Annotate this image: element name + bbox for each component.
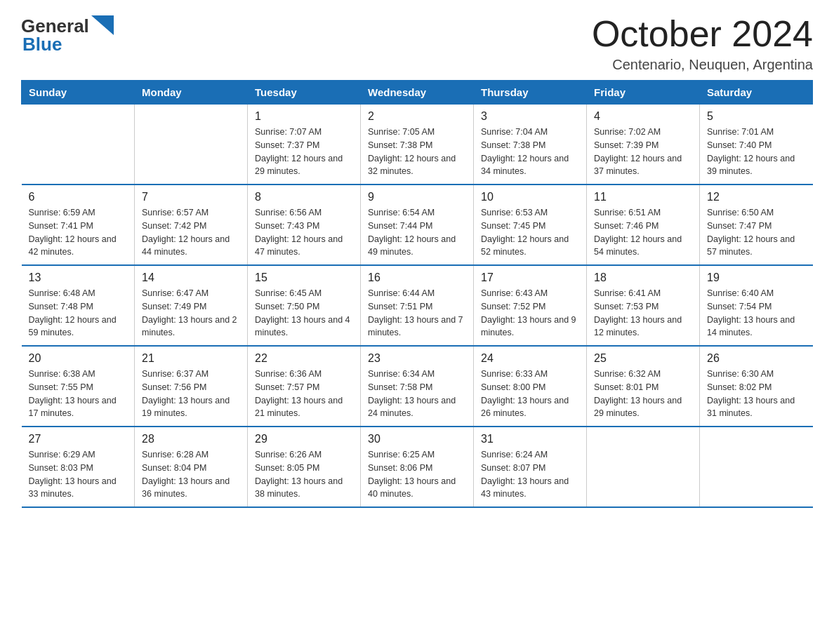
table-row: 1Sunrise: 7:07 AM Sunset: 7:37 PM Daylig… — [248, 105, 361, 185]
table-row: 6Sunrise: 6:59 AM Sunset: 7:41 PM Daylig… — [22, 185, 135, 265]
table-row: 21Sunrise: 6:37 AM Sunset: 7:56 PM Dayli… — [135, 346, 248, 427]
day-info: Sunrise: 6:40 AM Sunset: 7:54 PM Dayligh… — [707, 287, 806, 340]
table-row: 10Sunrise: 6:53 AM Sunset: 7:45 PM Dayli… — [474, 185, 587, 265]
day-info: Sunrise: 7:05 AM Sunset: 7:38 PM Dayligh… — [368, 126, 466, 178]
day-number: 2 — [368, 110, 466, 123]
day-info: Sunrise: 6:34 AM Sunset: 7:58 PM Dayligh… — [368, 368, 466, 420]
day-info: Sunrise: 6:51 AM Sunset: 7:46 PM Dayligh… — [594, 206, 692, 259]
table-row: 12Sunrise: 6:50 AM Sunset: 7:47 PM Dayli… — [700, 185, 813, 265]
subtitle: Centenario, Neuquen, Argentina — [592, 57, 813, 73]
table-row: 2Sunrise: 7:05 AM Sunset: 7:38 PM Daylig… — [361, 105, 474, 185]
day-info: Sunrise: 7:04 AM Sunset: 7:38 PM Dayligh… — [481, 126, 579, 178]
table-row: 14Sunrise: 6:47 AM Sunset: 7:49 PM Dayli… — [135, 265, 248, 346]
header-thursday: Thursday — [474, 81, 587, 105]
day-number: 8 — [255, 191, 353, 203]
title-section: October 2024 Centenario, Neuquen, Argent… — [592, 14, 813, 73]
day-number: 19 — [707, 271, 806, 284]
table-row — [587, 427, 700, 507]
table-row: 23Sunrise: 6:34 AM Sunset: 7:58 PM Dayli… — [361, 346, 474, 427]
logo-text-blue: Blue — [22, 35, 62, 53]
day-number: 11 — [594, 191, 692, 203]
day-number: 26 — [707, 352, 806, 365]
day-number: 1 — [255, 110, 353, 123]
day-number: 29 — [255, 433, 353, 445]
table-row: 9Sunrise: 6:54 AM Sunset: 7:44 PM Daylig… — [361, 185, 474, 265]
table-row: 18Sunrise: 6:41 AM Sunset: 7:53 PM Dayli… — [587, 265, 700, 346]
table-row: 28Sunrise: 6:28 AM Sunset: 8:04 PM Dayli… — [135, 427, 248, 507]
day-number: 30 — [368, 433, 466, 445]
table-row: 4Sunrise: 7:02 AM Sunset: 7:39 PM Daylig… — [587, 105, 700, 185]
day-number: 9 — [368, 191, 466, 203]
day-info: Sunrise: 6:24 AM Sunset: 8:07 PM Dayligh… — [481, 448, 579, 501]
logo: General Blue — [21, 14, 114, 53]
day-info: Sunrise: 6:56 AM Sunset: 7:43 PM Dayligh… — [255, 206, 353, 259]
header-sunday: Sunday — [22, 81, 135, 105]
calendar-week-row: 1Sunrise: 7:07 AM Sunset: 7:37 PM Daylig… — [22, 105, 813, 185]
day-info: Sunrise: 6:53 AM Sunset: 7:45 PM Dayligh… — [481, 206, 579, 259]
table-row: 24Sunrise: 6:33 AM Sunset: 8:00 PM Dayli… — [474, 346, 587, 427]
calendar-header-row: Sunday Monday Tuesday Wednesday Thursday… — [22, 81, 813, 105]
day-number: 15 — [255, 271, 353, 284]
table-row — [700, 427, 813, 507]
day-number: 27 — [29, 433, 128, 445]
table-row — [135, 105, 248, 185]
day-info: Sunrise: 6:38 AM Sunset: 7:55 PM Dayligh… — [29, 368, 128, 420]
header-monday: Monday — [135, 81, 248, 105]
table-row: 25Sunrise: 6:32 AM Sunset: 8:01 PM Dayli… — [587, 346, 700, 427]
day-number: 25 — [594, 352, 692, 365]
table-row: 20Sunrise: 6:38 AM Sunset: 7:55 PM Dayli… — [22, 346, 135, 427]
day-number: 31 — [481, 433, 579, 445]
day-number: 20 — [29, 352, 128, 365]
calendar-week-row: 27Sunrise: 6:29 AM Sunset: 8:03 PM Dayli… — [22, 427, 813, 507]
day-number: 24 — [481, 352, 579, 365]
day-number: 7 — [142, 191, 240, 203]
day-info: Sunrise: 6:41 AM Sunset: 7:53 PM Dayligh… — [594, 287, 692, 340]
day-number: 13 — [29, 271, 128, 284]
day-number: 3 — [481, 110, 579, 123]
day-info: Sunrise: 6:57 AM Sunset: 7:42 PM Dayligh… — [142, 206, 240, 259]
day-info: Sunrise: 6:44 AM Sunset: 7:51 PM Dayligh… — [368, 287, 466, 340]
page-header: General Blue October 2024 Centenario, Ne… — [21, 14, 813, 73]
day-number: 16 — [368, 271, 466, 284]
day-info: Sunrise: 6:54 AM Sunset: 7:44 PM Dayligh… — [368, 206, 466, 259]
day-info: Sunrise: 6:43 AM Sunset: 7:52 PM Dayligh… — [481, 287, 579, 340]
table-row: 7Sunrise: 6:57 AM Sunset: 7:42 PM Daylig… — [135, 185, 248, 265]
day-info: Sunrise: 6:25 AM Sunset: 8:06 PM Dayligh… — [368, 448, 466, 501]
table-row: 26Sunrise: 6:30 AM Sunset: 8:02 PM Dayli… — [700, 346, 813, 427]
day-number: 21 — [142, 352, 240, 365]
table-row — [22, 105, 135, 185]
day-info: Sunrise: 6:36 AM Sunset: 7:57 PM Dayligh… — [255, 368, 353, 420]
main-title: October 2024 — [592, 14, 813, 54]
table-row: 15Sunrise: 6:45 AM Sunset: 7:50 PM Dayli… — [248, 265, 361, 346]
header-tuesday: Tuesday — [248, 81, 361, 105]
header-saturday: Saturday — [700, 81, 813, 105]
day-info: Sunrise: 7:07 AM Sunset: 7:37 PM Dayligh… — [255, 126, 353, 178]
table-row: 5Sunrise: 7:01 AM Sunset: 7:40 PM Daylig… — [700, 105, 813, 185]
day-number: 22 — [255, 352, 353, 365]
day-info: Sunrise: 6:32 AM Sunset: 8:01 PM Dayligh… — [594, 368, 692, 420]
day-number: 4 — [594, 110, 692, 123]
day-info: Sunrise: 6:59 AM Sunset: 7:41 PM Dayligh… — [29, 206, 128, 259]
calendar-week-row: 13Sunrise: 6:48 AM Sunset: 7:48 PM Dayli… — [22, 265, 813, 346]
day-info: Sunrise: 6:30 AM Sunset: 8:02 PM Dayligh… — [707, 368, 806, 420]
calendar-table: Sunday Monday Tuesday Wednesday Thursday… — [21, 80, 813, 508]
table-row: 22Sunrise: 6:36 AM Sunset: 7:57 PM Dayli… — [248, 346, 361, 427]
calendar-week-row: 20Sunrise: 6:38 AM Sunset: 7:55 PM Dayli… — [22, 346, 813, 427]
day-number: 10 — [481, 191, 579, 203]
day-number: 23 — [368, 352, 466, 365]
day-info: Sunrise: 6:26 AM Sunset: 8:05 PM Dayligh… — [255, 448, 353, 501]
day-info: Sunrise: 6:37 AM Sunset: 7:56 PM Dayligh… — [142, 368, 240, 420]
table-row: 19Sunrise: 6:40 AM Sunset: 7:54 PM Dayli… — [700, 265, 813, 346]
day-number: 5 — [707, 110, 806, 123]
day-number: 14 — [142, 271, 240, 284]
day-info: Sunrise: 7:02 AM Sunset: 7:39 PM Dayligh… — [594, 126, 692, 178]
table-row: 27Sunrise: 6:29 AM Sunset: 8:03 PM Dayli… — [22, 427, 135, 507]
header-wednesday: Wednesday — [361, 81, 474, 105]
calendar-week-row: 6Sunrise: 6:59 AM Sunset: 7:41 PM Daylig… — [22, 185, 813, 265]
day-info: Sunrise: 6:50 AM Sunset: 7:47 PM Dayligh… — [707, 206, 806, 259]
table-row: 11Sunrise: 6:51 AM Sunset: 7:46 PM Dayli… — [587, 185, 700, 265]
svg-marker-0 — [91, 15, 114, 35]
day-info: Sunrise: 6:47 AM Sunset: 7:49 PM Dayligh… — [142, 287, 240, 340]
table-row: 16Sunrise: 6:44 AM Sunset: 7:51 PM Dayli… — [361, 265, 474, 346]
table-row: 13Sunrise: 6:48 AM Sunset: 7:48 PM Dayli… — [22, 265, 135, 346]
